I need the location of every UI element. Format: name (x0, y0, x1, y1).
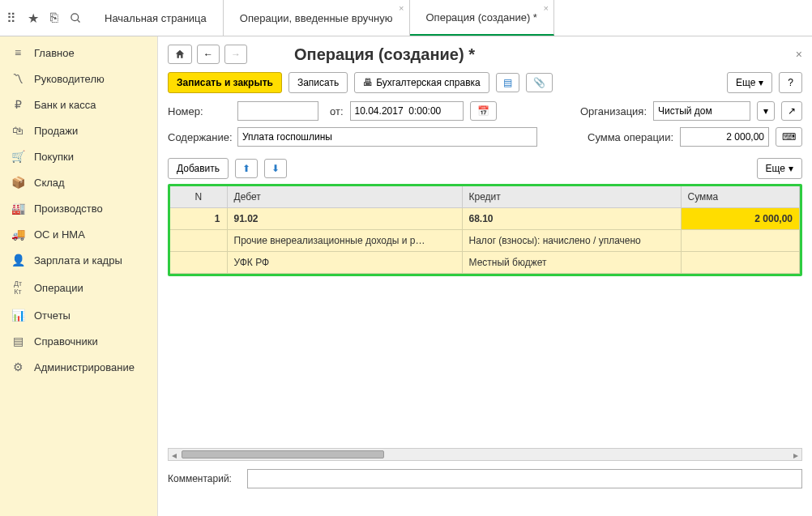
sidebar-item-hr[interactable]: 👤Зарплата и кадры (0, 247, 157, 273)
more-button[interactable]: Еще ▾ (727, 72, 772, 93)
attach-button[interactable]: 📎 (526, 73, 553, 92)
comment-input[interactable] (247, 469, 802, 488)
sidebar-item-purchases[interactable]: 🛒Покупки (0, 143, 157, 169)
printer-icon: 🖶 (363, 77, 373, 88)
sidebar-item-sales[interactable]: 🛍Продажи (0, 117, 157, 143)
clipboard-icon[interactable]: ⎘ (50, 11, 58, 25)
button-label: Бухгалтерская справка (376, 77, 481, 88)
sidebar-item-label: Производство (34, 203, 103, 215)
table-row-sub[interactable]: УФК РФ Местный бюджет (170, 252, 800, 274)
search-icon[interactable] (70, 12, 82, 24)
tab-operation-create[interactable]: Операция (создание) * × (410, 0, 554, 36)
table-toolbar: Добавить ⬆ ⬇ Еще ▾ (168, 158, 802, 179)
tab-label: Операция (создание) * (426, 11, 537, 23)
sidebar: ≡Главное 〽Руководителю ₽Банк и касса 🛍Пр… (0, 36, 158, 516)
add-button[interactable]: Добавить (168, 158, 229, 179)
cell-empty (170, 230, 227, 252)
cell-credit-sub[interactable]: Налог (взносы): начислено / уплачено (462, 230, 681, 252)
apps-icon[interactable]: ⠿ (6, 11, 16, 26)
page-title: Операция (создание) * (294, 45, 475, 64)
scroll-left-icon[interactable]: ◂ (172, 450, 177, 461)
sidebar-item-operations[interactable]: ДтКтОперации (0, 273, 157, 302)
cell-credit[interactable]: 68.10 (462, 208, 681, 230)
number-input[interactable] (237, 101, 318, 121)
save-close-button[interactable]: Записать и закрыть (168, 72, 282, 93)
home-button[interactable] (168, 45, 192, 64)
main: ≡Главное 〽Руководителю ₽Банк и касса 🛍Пр… (0, 36, 812, 516)
comment-label: Комментарий: (168, 473, 241, 484)
table-header-row: N Дебет Кредит Сумма (170, 186, 800, 208)
cell-debit-sub[interactable]: Прочие внереализационные доходы и р… (227, 230, 462, 252)
org-label: Организация: (580, 105, 647, 117)
sidebar-item-os-nma[interactable]: 🚚ОС и НМА (0, 221, 157, 247)
close-icon[interactable]: × (399, 3, 404, 13)
tab-home[interactable]: Начальная страница (88, 0, 224, 36)
cell-debit[interactable]: 91.02 (227, 208, 462, 230)
arrow-down-icon: ⬇ (271, 163, 280, 174)
scroll-right-icon[interactable]: ▸ (793, 450, 798, 461)
horizontal-scrollbar[interactable]: ◂ ▸ (168, 448, 802, 461)
close-icon[interactable]: × (543, 3, 548, 13)
calendar-button[interactable]: 📅 (470, 101, 497, 121)
col-n: N (170, 186, 227, 208)
back-button[interactable]: ← (197, 45, 220, 64)
sidebar-item-catalogs[interactable]: ▤Справочники (0, 328, 157, 354)
sidebar-item-production[interactable]: 🏭Производство (0, 195, 157, 221)
cell-empty (681, 230, 800, 252)
sidebar-item-label: Склад (34, 177, 65, 189)
help-button[interactable]: ? (779, 72, 802, 93)
org-dropdown-button[interactable]: ▾ (757, 101, 775, 121)
dtkt-icon: ДтКт (11, 279, 24, 296)
sidebar-item-manager[interactable]: 〽Руководителю (0, 66, 157, 92)
comment-row: Комментарий: (168, 469, 802, 488)
number-label: Номер: (168, 105, 231, 117)
close-page-icon[interactable]: × (796, 48, 802, 61)
calculator-button[interactable]: ⌨ (776, 127, 802, 147)
sidebar-item-admin[interactable]: ⚙Администрирование (0, 354, 157, 380)
star-icon[interactable]: ★ (28, 11, 39, 26)
move-down-button[interactable]: ⬇ (264, 159, 287, 178)
cell-n: 1 (170, 208, 227, 230)
title-row: ← → Операция (создание) * × (168, 45, 802, 64)
sidebar-item-warehouse[interactable]: 📦Склад (0, 169, 157, 195)
col-amount: Сумма (681, 186, 800, 208)
document-button[interactable]: ▤ (496, 73, 519, 92)
scrollbar-thumb[interactable] (182, 450, 384, 458)
table-row-sub[interactable]: Прочие внереализационные доходы и р… Нал… (170, 230, 800, 252)
sidebar-item-main[interactable]: ≡Главное (0, 40, 157, 66)
cell-amount[interactable]: 2 000,00 (681, 208, 800, 230)
content-input[interactable] (237, 127, 537, 147)
cell-credit-sub[interactable]: Местный бюджет (462, 252, 681, 274)
sidebar-item-label: Главное (34, 47, 75, 59)
sidebar-item-label: Продажи (34, 125, 78, 137)
col-debit: Дебет (227, 186, 462, 208)
bag-icon: 🛍 (11, 124, 24, 137)
move-up-button[interactable]: ⬆ (235, 159, 258, 178)
sum-label: Сумма операции: (588, 131, 673, 143)
sidebar-item-label: ОС и НМА (34, 228, 85, 241)
cart-icon: 🛒 (11, 150, 24, 163)
org-open-button[interactable]: ↗ (781, 101, 802, 121)
calculator-icon: ⌨ (782, 131, 796, 143)
accounting-report-button[interactable]: 🖶 Бухгалтерская справка (354, 72, 489, 93)
table-row[interactable]: 1 91.02 68.10 2 000,00 (170, 208, 800, 230)
chart-icon: 〽 (11, 72, 24, 85)
chevron-down-icon: ▾ (788, 163, 793, 174)
table-more-button[interactable]: Еще ▾ (757, 158, 802, 179)
content: ← → Операция (создание) * × Записать и з… (158, 36, 812, 516)
sidebar-item-reports[interactable]: 📊Отчеты (0, 302, 157, 328)
sum-input[interactable] (680, 127, 769, 147)
save-button[interactable]: Записать (288, 72, 348, 93)
main-toolbar: Записать и закрыть Записать 🖶 Бухгалтерс… (168, 72, 802, 93)
cell-debit-sub[interactable]: УФК РФ (227, 252, 462, 274)
cell-empty (170, 252, 227, 274)
date-input[interactable] (350, 101, 464, 121)
sidebar-item-label: Покупки (34, 151, 74, 163)
org-input[interactable] (653, 101, 750, 121)
svg-line-1 (77, 19, 79, 22)
menu-icon: ≡ (11, 46, 24, 59)
entries-table[interactable]: N Дебет Кредит Сумма 1 91.02 68.10 2 000… (170, 186, 800, 274)
forward-button[interactable]: → (224, 45, 247, 64)
sidebar-item-bank[interactable]: ₽Банк и касса (0, 92, 157, 117)
tab-operations-manual[interactable]: Операции, введенные вручную × (224, 0, 410, 36)
